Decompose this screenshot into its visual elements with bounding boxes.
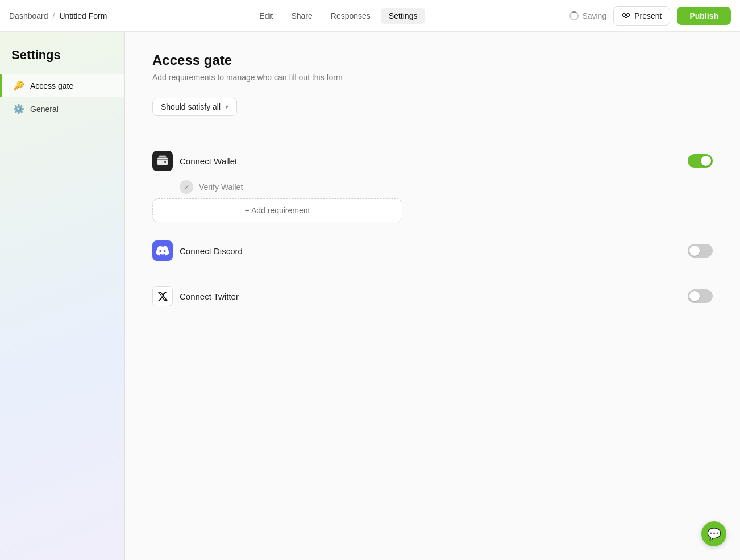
satisfy-dropdown[interactable]: Should satisfy all ▾ bbox=[152, 98, 237, 116]
connect-wallet-section: Connect Wallet ✓ Verify Wallet + Add req… bbox=[152, 144, 713, 222]
chat-bubble-button[interactable]: 💬 bbox=[701, 521, 726, 546]
dashboard-link[interactable]: Dashboard bbox=[9, 11, 48, 20]
wallet-icon bbox=[156, 155, 169, 167]
connect-wallet-label: Connect Wallet bbox=[180, 156, 237, 166]
saving-spinner bbox=[569, 11, 579, 20]
connect-wallet-toggle[interactable] bbox=[688, 154, 713, 168]
svg-point-1 bbox=[164, 161, 166, 163]
tab-share[interactable]: Share bbox=[283, 8, 320, 24]
connect-twitter-row: Connect Twitter bbox=[152, 279, 713, 313]
breadcrumb: Dashboard / Untitled Form bbox=[9, 11, 107, 20]
twitter-x-icon bbox=[157, 291, 168, 302]
key-icon: 🔑 bbox=[13, 80, 24, 91]
sidebar-title: Settings bbox=[0, 48, 124, 74]
connect-wallet-slider bbox=[688, 154, 713, 168]
connect-discord-section: Connect Discord bbox=[152, 234, 713, 268]
connect-discord-left: Connect Discord bbox=[152, 240, 243, 261]
topnav-right-actions: Saving 👁 Present Publish bbox=[569, 6, 731, 26]
publish-button[interactable]: Publish bbox=[677, 7, 731, 25]
page-title: Access gate bbox=[152, 52, 713, 68]
present-button[interactable]: 👁 Present bbox=[613, 6, 670, 26]
form-name: Untitled Form bbox=[59, 11, 107, 20]
connect-wallet-row: Connect Wallet bbox=[152, 144, 713, 178]
sidebar-item-access-gate[interactable]: 🔑 Access gate bbox=[0, 74, 124, 97]
sidebar-item-general[interactable]: ⚙️ General bbox=[0, 97, 124, 121]
connect-wallet-left: Connect Wallet bbox=[152, 151, 237, 171]
breadcrumb-slash: / bbox=[53, 11, 55, 20]
present-label: Present bbox=[634, 11, 662, 20]
eye-icon: 👁 bbox=[622, 11, 631, 21]
connect-twitter-toggle[interactable] bbox=[688, 289, 713, 303]
connect-twitter-slider bbox=[688, 289, 713, 303]
top-navigation: Dashboard / Untitled Form Edit Share Res… bbox=[0, 0, 740, 32]
verify-wallet-label: Verify Wallet bbox=[199, 182, 243, 192]
connect-discord-slider bbox=[688, 244, 713, 258]
satisfy-label: Should satisfy all bbox=[161, 102, 221, 111]
discord-icon bbox=[156, 244, 169, 257]
tab-edit[interactable]: Edit bbox=[251, 8, 281, 24]
verify-wallet-row: ✓ Verify Wallet bbox=[180, 180, 713, 194]
saving-indicator: Saving bbox=[569, 11, 606, 20]
section-divider bbox=[152, 132, 713, 132]
connect-twitter-section: Connect Twitter bbox=[152, 279, 713, 313]
app-layout: Settings 🔑 Access gate ⚙️ General Access… bbox=[0, 32, 740, 560]
add-requirement-button[interactable]: + Add requirement bbox=[152, 198, 402, 222]
tab-responses[interactable]: Responses bbox=[323, 8, 379, 24]
wallet-icon-wrap bbox=[152, 151, 173, 171]
connect-discord-toggle[interactable] bbox=[688, 244, 713, 258]
connect-discord-row: Connect Discord bbox=[152, 234, 713, 268]
sidebar-item-label-access-gate: Access gate bbox=[30, 81, 73, 90]
gear-icon: ⚙️ bbox=[13, 103, 24, 114]
sidebar: Settings 🔑 Access gate ⚙️ General bbox=[0, 32, 125, 560]
tab-settings[interactable]: Settings bbox=[381, 8, 426, 24]
connect-discord-label: Connect Discord bbox=[180, 246, 243, 256]
twitter-icon-wrap bbox=[152, 286, 173, 306]
main-content: Access gate Add requirements to manage w… bbox=[125, 32, 740, 560]
sidebar-item-label-general: General bbox=[30, 105, 59, 114]
svg-rect-0 bbox=[157, 158, 168, 165]
page-subtitle: Add requirements to manage who can fill … bbox=[152, 73, 713, 82]
checkmark-icon: ✓ bbox=[180, 180, 193, 194]
saving-label: Saving bbox=[582, 11, 606, 20]
nav-tabs: Edit Share Responses Settings bbox=[114, 8, 563, 24]
discord-icon-wrap bbox=[152, 240, 173, 261]
chat-icon: 💬 bbox=[707, 527, 721, 541]
chevron-down-icon: ▾ bbox=[225, 103, 228, 111]
connect-twitter-label: Connect Twitter bbox=[180, 292, 239, 301]
connect-twitter-left: Connect Twitter bbox=[152, 286, 239, 306]
